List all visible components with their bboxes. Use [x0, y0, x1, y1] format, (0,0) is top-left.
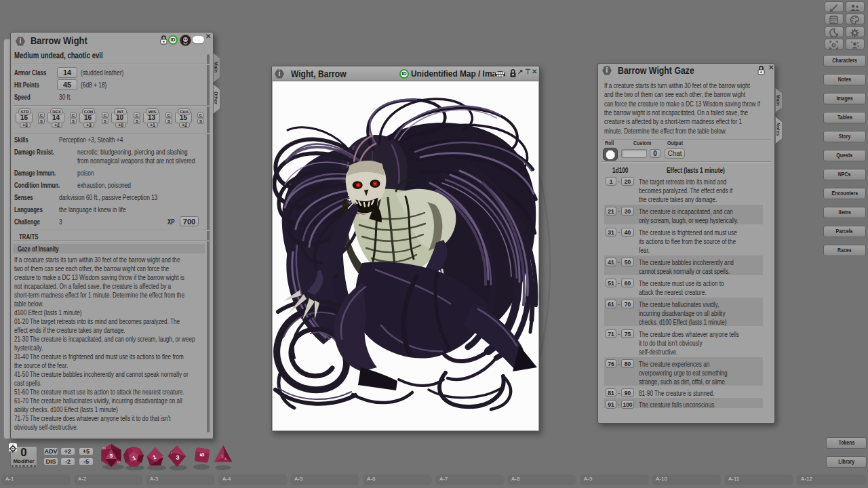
svg-text:5: 5: [198, 453, 205, 457]
svg-text:18: 18: [102, 447, 106, 450]
svg-text:15: 15: [117, 460, 120, 464]
svg-text:3: 3: [176, 454, 179, 461]
svg-text:4: 4: [224, 458, 226, 461]
svg-text:5: 5: [110, 453, 113, 459]
